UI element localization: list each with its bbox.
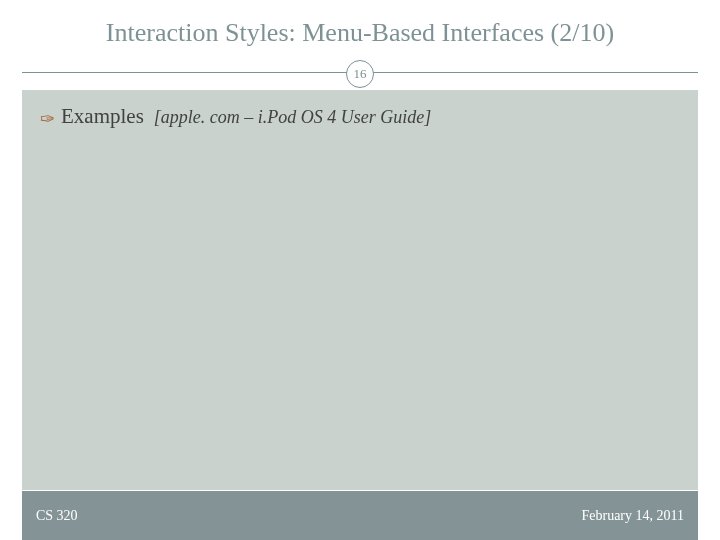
slide: Interaction Styles: Menu-Based Interface… [0,0,720,540]
bullet-label: Examples [61,104,144,129]
footer-left: CS 320 [36,508,78,524]
footer-right: February 14, 2011 [581,508,684,524]
bullet-row: ✑ Examples [apple. com – i.Pod OS 4 User… [40,104,680,129]
bullet-detail: [apple. com – i.Pod OS 4 User Guide] [154,107,431,128]
content-area: ✑ Examples [apple. com – i.Pod OS 4 User… [22,90,698,490]
page-number-badge: 16 [346,60,374,88]
footer-bar: CS 320 February 14, 2011 [22,490,698,540]
slide-title: Interaction Styles: Menu-Based Interface… [0,18,720,48]
swirl-bullet-icon: ✑ [40,110,55,128]
